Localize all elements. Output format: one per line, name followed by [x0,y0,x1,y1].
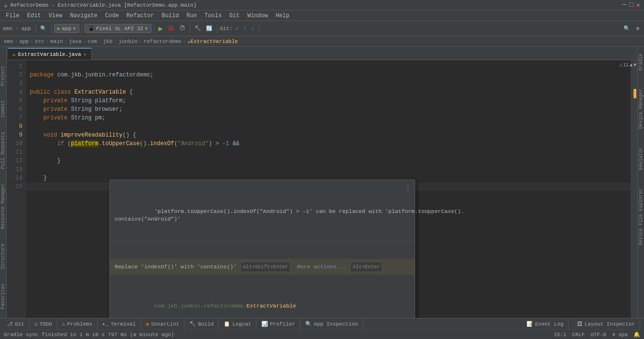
title-bar-controls: ─ □ ✕ [623,1,640,9]
breadcrumb-com[interactable]: com [87,39,97,44]
editor-area: ☕ ExtractVariable.java ✕ 1 2 3 4 5 6 7 8… [7,47,637,318]
menu-build[interactable]: Build [158,11,182,21]
panel-device-manager[interactable]: Device Manager [638,87,644,131]
menu-file[interactable]: File [2,11,23,21]
breadcrumb-demo[interactable]: emo [4,39,13,44]
bottom-tab-eventlog[interactable]: 📝 Event Log [522,318,569,330]
tab-filename: ExtractVariable.java [18,52,81,57]
sync-btn[interactable]: 🔄 [204,24,215,32]
autocomplete-item-0[interactable]: com.jkb.junbin.refactordemo.ExtractVaria… [110,292,415,318]
build-btn[interactable]: 🔨 [193,24,203,32]
menu-view[interactable]: View [45,11,66,21]
bottom-tab-build[interactable]: 🔨 Build [184,318,219,330]
action-key[interactable]: Alt+Shift+Enter [240,262,290,272]
chevron-down-icon[interactable]: ▼ [633,63,636,68]
panel-favorites[interactable]: Favorites [0,284,6,309]
title-bar-title: RefactorDemo - ExtractVariable.java [Ref… [11,2,196,8]
bottom-tab-sonar[interactable]: ◉ SonarLint [141,318,184,330]
breadcrumb-app[interactable]: app [19,39,29,44]
bottom-tab-layout[interactable]: 🖼 Layout Inspector [572,318,640,330]
autocomplete-popup: 'platform.toUpperCase().indexOf("Android… [109,180,415,318]
git-icon: ⎇ [7,321,13,327]
bottom-tab-terminal[interactable]: ▸_ Terminal [97,318,141,330]
panel-project[interactable]: Project [0,66,6,86]
profile-button[interactable]: ⏱ [177,24,187,33]
breadcrumb-src[interactable]: src [35,39,44,44]
run-config-dropdown[interactable]: ▶ app ▾ [54,24,79,33]
build-icon: 🔨 [189,321,196,327]
panel-structure[interactable]: Structure [0,244,6,269]
menu-navigate[interactable]: Navigate [66,11,101,21]
more-actions-key[interactable]: Alt+Enter [350,262,382,272]
menu-window[interactable]: Window [244,11,272,21]
autocomplete-action-row: Replace 'indexOf()' with 'contains()' Al… [110,259,415,275]
item-class: ExtractVariable [247,303,296,309]
breadcrumb-junbin[interactable]: junbin [118,39,138,44]
action-text: Replace 'indexOf()' with 'contains()' [115,263,236,271]
warning-icon: ⚠ [619,62,622,68]
toolbar: emo › app 🔍 ▶ app ▾ 📱 Pixel XL API 32 ▾ … [0,21,644,36]
warning-count-area: ⚠ 11 ▲ ▼ [618,61,637,69]
code-content[interactable]: package com.jkb.junbin.refactordemo; pub… [26,60,631,318]
menu-tools[interactable]: Tools [201,11,225,21]
tab-close-button[interactable]: ✕ [84,52,86,57]
panel-commit[interactable]: Commit [0,100,6,117]
tab-bar: ☕ ExtractVariable.java ✕ [7,47,637,60]
search-btn[interactable]: 🔍 [622,24,632,32]
toolbar-sep-3 [82,24,82,33]
menu-refactor[interactable]: Refactor [123,11,158,21]
menu-code[interactable]: Code [101,11,123,21]
indent: 4 spa [612,332,628,338]
warning-indicators: ⚠ 11 ▲ ▼ [618,60,637,70]
autocomplete-header-text: 'platform.toUpperCase().indexOf("Android… [115,208,464,222]
chevron-up-icon[interactable]: ▲ [630,63,633,68]
settings-btn[interactable]: ⚙ [634,24,641,32]
minimize-button[interactable]: ─ [623,1,626,9]
bottom-tab-git[interactable]: ⎇ Git [2,318,30,330]
device-dropdown[interactable]: 📱 Pixel XL API 32 ▾ [85,24,151,33]
line-ending: CRLF [572,332,585,338]
menu-help[interactable]: Help [272,11,293,21]
gutter-stripe: ⚠ 11 ▲ ▼ [631,60,637,318]
code-editor[interactable]: 1 2 3 4 5 6 7 8 9 10 11 12 13 14 15 pack… [7,60,637,318]
bottom-tab-profiler[interactable]: 📊 Profiler [257,318,301,330]
close-button[interactable]: ✕ [636,1,640,9]
git-commit-btn[interactable]: ✓ [234,24,241,32]
autocomplete-header: 'platform.toUpperCase().indexOf("Android… [110,197,415,242]
project-label: emo [3,26,12,32]
bottom-tab-problems[interactable]: ⚠ Problems [57,318,97,330]
notifications-icon: 🔔 [633,331,640,338]
git-pull-btn[interactable]: ↓ [249,25,257,32]
breadcrumb-refactordemo[interactable]: refactordemo [143,39,181,44]
left-panel: Project Commit Pull Requests Resource Ma… [0,47,7,318]
layout-icon: 🖼 [577,321,582,327]
panel-gradle[interactable]: Gradle [638,52,644,73]
logcat-icon: 📋 [224,321,230,327]
menu-edit[interactable]: Edit [23,11,45,21]
menu-run[interactable]: Run [182,11,201,21]
search-everywhere-btn[interactable]: 🔍 [38,24,49,32]
panel-emulator[interactable]: Emulator [638,145,644,172]
breadcrumb-java[interactable]: java [69,39,81,44]
maximize-button[interactable]: □ [629,1,633,9]
menu-git[interactable]: Git [225,11,244,21]
panel-resource[interactable]: Resource Manager [0,183,6,229]
right-panel: Gradle Device Manager Emulator Device Fi… [637,47,644,318]
git-push-btn[interactable]: ↑ [241,25,248,32]
status-right: 15:1 CRLF UTF-8 4 spa 🔔 [554,331,640,338]
debug-button[interactable]: 🐞 [166,24,176,32]
panel-device-file-explorer[interactable]: Device File Explorer [638,186,644,247]
bottom-tab-logcat[interactable]: 📋 Logcat [219,318,257,330]
more-actions-link[interactable]: More actions... [297,263,347,271]
panel-pullrequests[interactable]: Pull Requests [0,132,6,169]
charset: UTF-8 [590,332,606,338]
breadcrumb-jkb[interactable]: jkb [103,39,113,44]
autocomplete-menu-icon[interactable]: ⋮ [405,184,411,191]
run-config-label: app [62,26,71,32]
breadcrumb-main[interactable]: main [50,39,63,44]
tab-extractvariable[interactable]: ☕ ExtractVariable.java ✕ [8,48,92,60]
breadcrumb-class[interactable]: ExtractVariable [191,39,238,44]
bottom-tab-inspection[interactable]: 🔍 App Inspection [301,318,363,330]
run-button[interactable]: ▶ [157,23,165,34]
bottom-tab-todo[interactable]: ☑ TODO [30,318,57,330]
